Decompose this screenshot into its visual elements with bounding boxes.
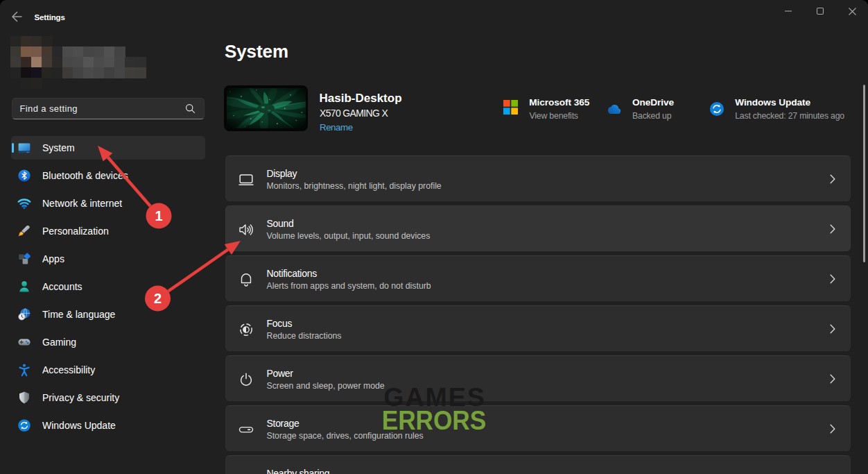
settings-window: Settings Find a setting SystemBluetooth … [0,0,868,474]
selected-indicator [12,143,14,153]
time-and-language-icon [17,307,31,321]
sidebar-item-accessibility[interactable]: Accessibility [11,358,205,382]
chevron-right-icon [830,224,835,234]
maximize-icon [816,7,824,15]
hero-link-view-benefits[interactable]: View benefits [530,111,578,121]
display-icon [238,171,254,188]
chevron-right-icon [830,174,835,184]
device-photo [227,88,306,129]
page-title: System [225,42,288,61]
sidebar-item-gaming[interactable]: Gaming [11,330,205,354]
settings-row-focus[interactable]: Focus Reduce distractions [225,305,851,351]
avatar-mosaic-block [42,46,53,58]
avatar-mosaic-block [125,57,136,68]
sidebar-item-label: Gaming [42,330,76,354]
settings-row-notifications[interactable]: Notifications Alerts from apps and syste… [225,255,851,301]
scrollbar-thumb[interactable] [863,85,865,262]
avatar-mosaic-block [83,57,94,68]
avatar-mosaic-block [94,57,105,68]
row-title: Notifications [267,268,317,279]
hero-title-microsoft365: Microsoft 365 [529,98,589,108]
avatar-mosaic-block [62,67,73,78]
avatar-mosaic-block [52,67,63,78]
accounts-icon [17,280,31,294]
bluetooth-and-devices-icon [17,169,31,183]
hero-title-onedrive: OneDrive [632,98,674,108]
avatar-mosaic-block [94,67,105,78]
sidebar-item-label: Personalization [42,219,109,243]
avatar-mosaic-block [52,46,63,58]
hero-title-windows-update: Windows Update [735,98,810,108]
apps-icon [17,252,31,266]
avatar-mosaic-block [62,57,73,68]
row-title: Focus [267,318,293,329]
minimize-icon [784,7,792,15]
avatar-mosaic-block [135,57,146,68]
avatar-mosaic-block [42,67,53,78]
focus-icon [238,321,254,338]
maximize-button[interactable] [804,0,836,22]
avatar-mosaic-block [104,46,115,58]
chevron-right-icon [830,424,835,434]
settings-row-nearby-sharing[interactable]: Nearby sharing [225,455,851,474]
notifications-icon [238,271,254,288]
row-title: Sound [267,218,294,229]
settings-row-display[interactable]: Display Monitors, brightness, night ligh… [225,155,851,201]
settings-row-sound[interactable]: Sound Volume levels, output, input, soun… [225,205,851,251]
rename-link[interactable]: Rename [320,122,353,133]
avatar-mosaic-block [10,57,21,68]
avatar-mosaic-block [114,57,125,68]
sidebar-item-network-and-internet[interactable]: Network & internet [11,192,205,215]
hero-status-last-checked: Last checked: 27 minutes ago [735,111,844,121]
row-subtitle: Volume levels, output, input, sound devi… [267,231,431,241]
avatar-mosaic-block [10,46,21,58]
sidebar-item-label: Accounts [42,275,83,298]
watermark-errors: ERRORS [42,409,825,433]
row-subtitle: Monitors, brightness, night light, displ… [267,181,442,191]
microsoft-365-logo-icon [503,100,518,115]
search-icon [185,103,204,114]
avatar-mosaic-block [83,67,94,78]
row-title: Nearby sharing [267,468,330,474]
avatar-mosaic-block [135,67,146,78]
sidebar-item-label: Apps [42,247,64,271]
sidebar-item-bluetooth-and-devices[interactable]: Bluetooth & devices [11,164,205,187]
close-button[interactable] [836,0,868,22]
avatar-mosaic-block [73,46,84,58]
avatar-mosaic-block [31,46,42,58]
avatar-mosaic-block [94,46,105,58]
avatar-mosaic-block [10,36,21,47]
sidebar-item-label: Bluetooth & devices [42,164,128,187]
close-icon [848,7,857,16]
avatar-mosaic-block [10,67,21,78]
row-subtitle: Reduce distractions [267,331,342,341]
row-title: Display [267,168,297,179]
minimize-button[interactable] [772,0,804,22]
avatar-mosaic-block [114,67,125,78]
sidebar-item-personalization[interactable]: Personalization [11,219,205,243]
nearby-sharing-icon [238,471,254,474]
sidebar-item-label: Network & internet [42,192,122,215]
avatar-mosaic-block [83,46,94,58]
avatar-mosaic-block [42,36,53,47]
device-model: X570 GAMING X [320,108,388,119]
avatar-mosaic-block [125,67,136,78]
device-name: Hasib-Desktop [320,92,402,105]
sidebar-item-label: System [42,136,75,160]
avatar-mosaic-block [21,57,32,68]
chevron-right-icon [830,374,835,384]
sidebar-item-time-and-language[interactable]: Time & language [11,303,205,326]
onedrive-icon [607,105,621,115]
sound-icon [238,221,254,238]
sidebar-item-accounts[interactable]: Accounts [11,275,205,298]
sidebar-item-apps[interactable]: Apps [11,247,205,271]
sidebar-item-label: Time & language [42,303,115,326]
sidebar-item-system[interactable]: System [11,136,205,160]
system-icon [17,141,31,155]
search-box[interactable]: Find a setting [12,98,205,119]
avatar-mosaic-block [31,57,42,68]
avatar-mosaic-block [73,57,84,68]
row-title: Power [267,368,293,379]
windows-update-status-icon [710,102,724,116]
avatar-mosaic-block [21,36,32,47]
